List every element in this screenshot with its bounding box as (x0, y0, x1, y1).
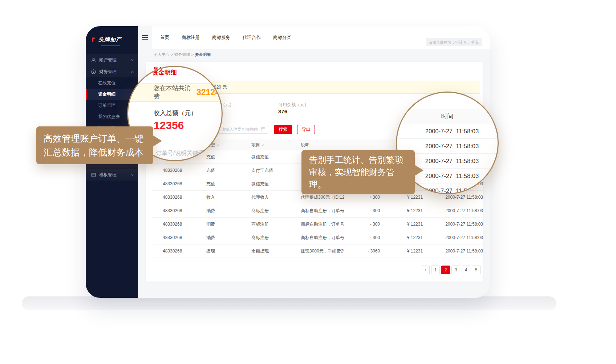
magnified-banner: 您在本站共消费 32124 元 (127, 83, 223, 102)
calendar-icon[interactable] (261, 127, 266, 132)
breadcrumb-separator: > (191, 52, 194, 57)
logo-flag-icon (91, 37, 96, 43)
cell-amount: - 300 (344, 235, 384, 240)
income-value: 12356 (154, 119, 184, 132)
cell-project: 商标注册 (241, 235, 291, 241)
cell-time: 2000-7-27 11:58:03 (428, 208, 483, 213)
cell-desc: 商标自助注册，订单号：SB2514263J (291, 221, 344, 227)
cell-project: 商标注册 (241, 208, 291, 214)
cell-balance: ¥ 12231 (384, 248, 428, 254)
breadcrumb-separator: > (171, 52, 173, 57)
cell-balance: ¥ 12231 (384, 222, 428, 227)
nav-item-trademark-service[interactable]: 商标服务 (212, 35, 230, 41)
sidebar-item-label: 财务管理 (99, 69, 117, 75)
table-row: 48330268 提现 余额提现 提现3000元，手续费2%(60元) - 30… (153, 244, 483, 258)
chevron-up-icon: ∧ (131, 70, 134, 73)
callout-right: 告别手工统计、告别繁琐 审核，实现智能财务管 理。 (301, 150, 415, 194)
page-4[interactable]: 4 (462, 266, 470, 274)
nav-item-trademark-category[interactable]: 商标分类 (273, 35, 291, 41)
cell-order: 48330268 (153, 222, 196, 227)
cell-desc: 代理提成300元（ID:1245，订单号：SB45124） (291, 194, 344, 201)
cell-amount: - 3060 (344, 248, 384, 254)
cell-desc: 提现3000元，手续费2%(60元) (291, 248, 344, 254)
time-filter (218, 125, 268, 134)
chevron-down-icon: ∨ (131, 173, 134, 177)
logo-subtext (101, 45, 120, 46)
search-button[interactable]: 搜索 (274, 125, 292, 134)
cell-order: 48330268 (153, 235, 196, 240)
cell-order: 48330268 (153, 168, 196, 173)
breadcrumb-part[interactable]: 财务管理 (174, 52, 190, 57)
cell-order: 48330268 (153, 248, 196, 254)
sort-caret-icon: ∨ (216, 143, 219, 147)
cell-project: 代理收入 (241, 194, 291, 201)
banner-prefix: 您在本站共消费 (154, 84, 194, 101)
cell-type: 消费 (196, 208, 241, 214)
laptop-base (22, 296, 556, 310)
breadcrumb: 个人中心 > 财务管理 > 资金明细 (154, 52, 211, 57)
user-icon (91, 57, 96, 63)
trademark-search-input[interactable] (426, 38, 482, 46)
cell-type: 充值 (196, 181, 241, 187)
sidebar-item-online-recharge[interactable]: 在线充值 (86, 77, 138, 89)
magnified-tab-fragment: 资金明细 (152, 68, 177, 77)
stats-divider (273, 100, 273, 118)
magnified-time-header: 时间 (396, 109, 499, 124)
cell-type: 充值 (196, 167, 241, 174)
cell-type: 提现 (196, 248, 241, 254)
expense-label-fragment: （元） (221, 102, 234, 108)
cell-amount: + 300 (344, 195, 384, 200)
balance-label: 可用余额（元） (278, 102, 309, 108)
table-row: 48330268 消费 商标注册 商标自助注册，订单号：SB2514263J -… (153, 204, 483, 218)
cell-type: 消费 (196, 221, 241, 227)
page-5[interactable]: 5 (472, 266, 481, 274)
cell-order: 48330268 (153, 181, 196, 186)
nav-item-trademark-register[interactable]: 商标注册 (182, 35, 200, 41)
sidebar-item-label: 模板管理 (99, 172, 117, 178)
income-label: 收入总额（元） (154, 109, 197, 117)
cell-project: 微信充值 (241, 154, 291, 160)
sidebar-item-finance[interactable]: 财务管理 ∧ (86, 66, 138, 77)
cell-time: 2000-7-27 11:58:03 (428, 235, 483, 240)
cell-project: 余额提现 (241, 248, 291, 254)
cell-balance: ¥ 12231 (384, 235, 428, 240)
cell-type: 收入 (196, 194, 241, 201)
header-project[interactable]: 项目∨ (241, 142, 291, 148)
logo: 头牌知产 (86, 26, 138, 43)
cell-time: 2000-7-27 11:58:03 (428, 248, 483, 254)
cell-type: 消费 (196, 235, 241, 241)
cell-balance: ¥ 12231 (384, 195, 428, 200)
finance-icon (91, 69, 96, 74)
sidebar-item-account[interactable]: 账户管理 ∨ (86, 54, 138, 66)
breadcrumb-current: 资金明细 (195, 52, 211, 57)
cell-desc: 商标自助注册，订单号：SB2514263J (291, 235, 344, 241)
sidebar-item-template[interactable]: 模板管理 ∨ (86, 169, 138, 181)
sidebar-item-label: 账户管理 (99, 57, 117, 63)
cell-order: 48330268 (153, 195, 196, 200)
page-1[interactable]: 1 (431, 266, 440, 274)
cell-desc: 商标自助注册，订单号：SB2514263J (291, 208, 344, 214)
logo-text: 头牌知产 (98, 36, 122, 43)
breadcrumb-part[interactable]: 个人中心 (154, 52, 170, 57)
cell-balance: ¥ 12231 (384, 208, 428, 213)
page-3[interactable]: 3 (451, 266, 460, 274)
magnified-time-cell: 2000-7-27 11:58:03 (397, 124, 498, 139)
cell-time: 2000-7-27 11:58:03 (428, 195, 483, 200)
cell-project: 商标注册 (241, 221, 291, 227)
callout-left: 高效管理账户订单、一键 汇总数据，降低财务成本 (36, 126, 153, 164)
template-icon (91, 172, 96, 178)
cell-project: 支付宝充值 (241, 167, 291, 174)
balance-value: 376 (278, 108, 287, 114)
pagination: ‹ 1 2 3 4 5 (421, 266, 481, 274)
table-row: 48330268 消费 商标注册 商标自助注册，订单号：SB2514263J -… (153, 218, 483, 231)
nav-item-home[interactable]: 首页 (160, 35, 169, 41)
export-button[interactable]: 导出 (297, 125, 315, 134)
cell-type: 充值 (196, 154, 241, 160)
nav-item-agent-cooperation[interactable]: 代理合作 (243, 35, 261, 41)
hamburger-icon[interactable] (138, 26, 152, 49)
header-desc: 说明 (291, 142, 378, 148)
chevron-down-icon: ∨ (131, 58, 134, 62)
cell-time: 2000-7-27 11:58:03 (428, 222, 483, 227)
page-2-active[interactable]: 2 (441, 266, 450, 274)
prev-page-icon[interactable]: ‹ (421, 266, 430, 274)
